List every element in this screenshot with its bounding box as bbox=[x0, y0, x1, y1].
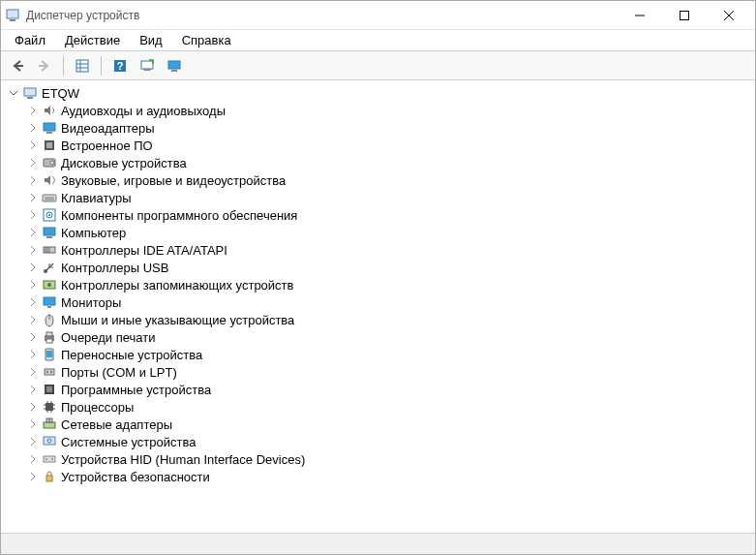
usb-icon bbox=[42, 260, 57, 275]
tree-node[interactable]: Звуковые, игровые и видеоустройства bbox=[7, 171, 753, 189]
tree-node[interactable]: Аудиовходы и аудиовыходы bbox=[7, 102, 753, 119]
tree-node[interactable]: Мониторы bbox=[7, 293, 753, 311]
toolbar-scan-button[interactable] bbox=[135, 54, 160, 77]
menu-action[interactable]: Действие bbox=[57, 31, 128, 49]
tree-node[interactable]: Дисковые устройства bbox=[7, 154, 753, 171]
menu-file[interactable]: Файл bbox=[7, 31, 53, 49]
menu-help[interactable]: Справка bbox=[174, 31, 239, 49]
tree-node[interactable]: Мыши и иные указывающие устройства bbox=[7, 311, 753, 328]
svg-rect-63 bbox=[44, 422, 55, 428]
tree-node[interactable]: Контроллеры IDE ATA/ATAPI bbox=[7, 241, 753, 259]
toolbar-help-button[interactable]: ? bbox=[107, 54, 133, 77]
tree-node-label: Устройства HID (Human Interface Devices) bbox=[61, 452, 305, 467]
security-icon bbox=[42, 469, 57, 484]
software-icon bbox=[42, 207, 57, 223]
hid-icon bbox=[42, 451, 57, 467]
tree-node[interactable]: Встроенное ПО bbox=[7, 137, 753, 154]
tree-node[interactable]: Системные устройства bbox=[7, 433, 753, 450]
arrow-right-icon bbox=[37, 58, 52, 74]
tree-node[interactable]: Видеоадаптеры bbox=[7, 119, 753, 137]
tree-node-label: Контроллеры USB bbox=[61, 261, 168, 275]
cpu-icon bbox=[42, 399, 57, 415]
svg-rect-45 bbox=[46, 332, 52, 336]
expander-closed-icon[interactable] bbox=[26, 208, 40, 222]
tree-node[interactable]: Переносные устройства bbox=[7, 346, 753, 363]
tree-node-label: Программные устройства bbox=[61, 383, 211, 397]
toolbar-monitor-button[interactable] bbox=[162, 54, 187, 77]
tree-node[interactable]: Процессоры bbox=[7, 398, 753, 416]
toolbar-properties-button[interactable] bbox=[70, 54, 95, 77]
close-button[interactable] bbox=[707, 1, 751, 30]
tree-node[interactable]: Порты (COM и LPT) bbox=[7, 363, 753, 381]
svg-rect-54 bbox=[45, 403, 53, 411]
forward-button[interactable] bbox=[32, 54, 57, 77]
tree-node-label: Звуковые, игровые и видеоустройства bbox=[61, 173, 286, 188]
tree-node-label: Устройства безопасности bbox=[61, 470, 210, 484]
sound-icon bbox=[42, 172, 57, 188]
menu-view[interactable]: Вид bbox=[132, 31, 170, 49]
tree-node-label: Очереди печати bbox=[61, 330, 156, 345]
device-tree[interactable]: ETQW Аудиовходы и аудиовыходыВидеоадапте… bbox=[1, 80, 755, 533]
expander-closed-icon[interactable] bbox=[26, 156, 40, 170]
expander-closed-icon[interactable] bbox=[26, 383, 40, 396]
expander-closed-icon[interactable] bbox=[26, 313, 40, 326]
tree-node-label: Компоненты программного обеспечения bbox=[61, 208, 297, 223]
help-icon: ? bbox=[112, 58, 128, 74]
svg-rect-19 bbox=[44, 123, 55, 131]
svg-rect-49 bbox=[45, 369, 54, 375]
expander-closed-icon[interactable] bbox=[26, 121, 40, 135]
expander-closed-icon[interactable] bbox=[26, 261, 40, 274]
audio-io-icon bbox=[42, 103, 57, 118]
tree-node[interactable]: Компоненты программного обеспечения bbox=[7, 206, 753, 224]
display-adapter-icon bbox=[42, 120, 57, 136]
expander-closed-icon[interactable] bbox=[26, 295, 40, 309]
expander-closed-icon[interactable] bbox=[26, 104, 40, 117]
svg-point-24 bbox=[50, 161, 54, 165]
svg-point-50 bbox=[46, 371, 48, 373]
minimize-icon bbox=[635, 11, 645, 20]
expander-closed-icon[interactable] bbox=[26, 400, 40, 414]
tree-node-label: Переносные устройства bbox=[61, 348, 202, 362]
svg-rect-1 bbox=[10, 19, 15, 21]
tree-root-node[interactable]: ETQW bbox=[7, 84, 753, 102]
maximize-button[interactable] bbox=[662, 1, 707, 30]
expander-closed-icon[interactable] bbox=[26, 226, 40, 239]
tree-node-label: Видеоадаптеры bbox=[61, 121, 155, 136]
device-manager-window: Диспетчер устройств Файл Действие Вид Сп… bbox=[0, 0, 756, 555]
expander-closed-icon[interactable] bbox=[26, 243, 40, 257]
expander-closed-icon[interactable] bbox=[26, 452, 40, 466]
tree-node-label: Дисковые устройства bbox=[61, 156, 187, 170]
tree-node-label: Системные устройства bbox=[61, 435, 196, 449]
tree-node[interactable]: Устройства HID (Human Interface Devices) bbox=[7, 450, 753, 468]
printer-icon bbox=[42, 329, 57, 345]
expander-closed-icon[interactable] bbox=[26, 330, 40, 344]
svg-rect-53 bbox=[46, 386, 52, 392]
tree-node[interactable]: Клавиатуры bbox=[7, 189, 753, 206]
expander-closed-icon[interactable] bbox=[26, 139, 40, 152]
port-icon bbox=[42, 364, 57, 380]
minimize-button[interactable] bbox=[618, 1, 662, 30]
svg-point-39 bbox=[47, 283, 51, 287]
back-button[interactable] bbox=[5, 54, 30, 77]
tree-node[interactable]: Очереди печати bbox=[7, 328, 753, 346]
expander-closed-icon[interactable] bbox=[26, 191, 40, 204]
tree-node-label: Компьютер bbox=[61, 226, 126, 240]
tree-node[interactable]: Контроллеры USB bbox=[7, 259, 753, 276]
ide-icon bbox=[42, 242, 57, 258]
svg-rect-3 bbox=[680, 11, 689, 19]
system-icon bbox=[42, 434, 57, 449]
tree-node[interactable]: Программные устройства bbox=[7, 381, 753, 398]
expander-closed-icon[interactable] bbox=[26, 417, 40, 431]
expander-closed-icon[interactable] bbox=[26, 348, 40, 361]
expander-closed-icon[interactable] bbox=[26, 470, 40, 483]
tree-node[interactable]: Устройства безопасности bbox=[7, 468, 753, 485]
tree-node[interactable]: Контроллеры запоминающих устройств bbox=[7, 276, 753, 293]
expander-closed-icon[interactable] bbox=[26, 365, 40, 379]
expander-open-icon[interactable] bbox=[7, 86, 20, 100]
tree-node[interactable]: Сетевые адаптеры bbox=[7, 416, 753, 433]
expander-closed-icon[interactable] bbox=[26, 435, 40, 448]
tree-node[interactable]: Компьютер bbox=[7, 224, 753, 241]
tree-node-label: Встроенное ПО bbox=[61, 139, 153, 153]
expander-closed-icon[interactable] bbox=[26, 173, 40, 187]
expander-closed-icon[interactable] bbox=[26, 278, 40, 292]
